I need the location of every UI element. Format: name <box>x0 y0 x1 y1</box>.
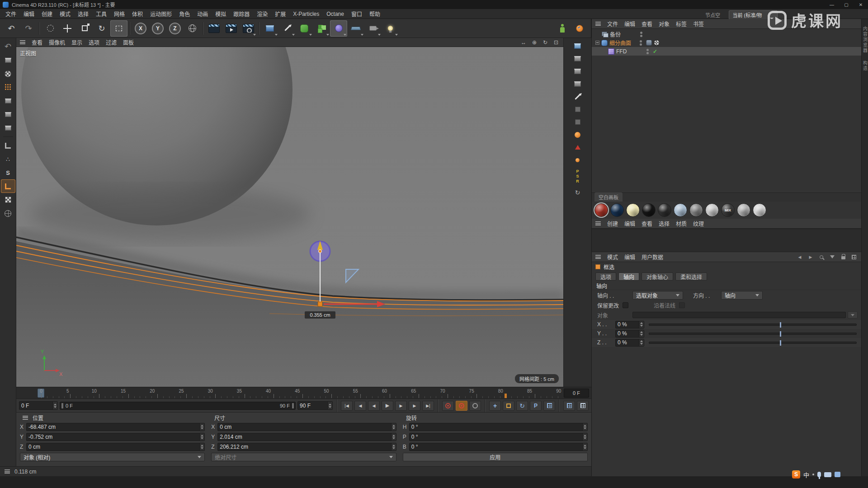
ime-punctuation-icon[interactable] <box>812 474 814 475</box>
size-z-input[interactable] <box>218 444 391 450</box>
warning-button[interactable] <box>571 141 585 154</box>
material-swatch[interactable] <box>610 203 624 217</box>
polygon-pen-button[interactable] <box>1 193 15 206</box>
keyframe-selection-button[interactable] <box>469 401 481 411</box>
lock-icon[interactable] <box>840 253 847 261</box>
size-mode-dropdown[interactable]: 绝对尺寸 <box>211 453 396 461</box>
keyframe-settings-button[interactable] <box>563 401 575 411</box>
start-frame-input[interactable] <box>19 403 52 409</box>
y-slider-handle[interactable] <box>780 331 781 337</box>
object-row-subdivision-surface[interactable]: 细分曲面 <box>592 38 861 47</box>
menu-item[interactable]: 编辑 <box>20 10 38 18</box>
size-y-field[interactable] <box>217 433 396 441</box>
asset-button[interactable] <box>571 20 588 37</box>
minimize-button[interactable]: — <box>825 0 839 9</box>
coords-mode-dropdown[interactable]: 对象 (相对) <box>20 453 205 461</box>
refresh-button[interactable]: ↻ <box>571 186 585 199</box>
tweak-mode-button[interactable] <box>1 139 15 152</box>
record-rotation-toggle[interactable]: ↻ <box>516 401 528 411</box>
layout-cube-button[interactable] <box>571 52 585 65</box>
keep-changes-checkbox[interactable] <box>623 302 628 308</box>
move-tool[interactable] <box>59 20 76 37</box>
snap-button[interactable]: S <box>1 166 15 179</box>
play-button[interactable]: ▶ <box>382 401 393 411</box>
menu-item[interactable]: 窗口 <box>348 10 366 18</box>
range-end-handle[interactable] <box>292 403 294 408</box>
points-mode-button[interactable] <box>1 94 15 108</box>
visibility-dots[interactable] <box>640 32 642 37</box>
menu-item[interactable]: 选择 <box>74 10 92 18</box>
menu-item[interactable]: X-Particles <box>289 11 323 17</box>
animation-palette-button[interactable] <box>577 401 589 411</box>
render-view-button[interactable] <box>205 20 222 37</box>
tab-object-axis[interactable]: 对象轴心 <box>642 272 673 281</box>
apply-button[interactable]: 应用 <box>403 453 588 461</box>
x-percent-field[interactable] <box>615 321 644 328</box>
maximize-button[interactable]: ▢ <box>839 0 854 9</box>
material-swatch[interactable] <box>626 203 640 217</box>
live-selection-tool[interactable] <box>42 20 59 37</box>
viewport-menu-item[interactable]: 显示 <box>71 38 82 46</box>
range-start-handle[interactable] <box>61 403 63 408</box>
soft-selection-button[interactable]: ∴ <box>1 152 15 166</box>
object-manager-menu-item[interactable]: 对象 <box>659 20 670 28</box>
position-x-input[interactable] <box>27 424 199 430</box>
menu-item[interactable]: 跟踪器 <box>230 10 253 18</box>
y-percent-input[interactable] <box>616 330 639 337</box>
menu-item[interactable]: Octane <box>323 11 348 17</box>
menu-item[interactable]: 体积 <box>128 10 146 18</box>
layout-cube-button[interactable] <box>571 40 585 52</box>
keyboard-icon[interactable] <box>824 472 831 477</box>
next-key-button[interactable]: ▶ <box>409 401 420 411</box>
record-button[interactable] <box>442 401 454 411</box>
attribute-menu-icon[interactable] <box>595 255 601 259</box>
toolbox-icon[interactable] <box>835 472 840 477</box>
position-z-field[interactable] <box>26 443 205 451</box>
material-swatch-mix[interactable]: MIX <box>721 203 735 217</box>
record-parameter-toggle[interactable]: P <box>530 401 542 411</box>
z-slider-handle[interactable] <box>780 340 781 346</box>
layout-cube-button[interactable] <box>571 78 585 90</box>
material-menu-item[interactable]: 选择 <box>659 220 670 227</box>
menu-item[interactable]: 文件 <box>2 10 20 18</box>
object-row-ffd[interactable]: FFD ✓ <box>592 47 861 56</box>
object-row-backup[interactable]: 备份 <box>592 30 861 38</box>
record-pla-toggle[interactable] <box>543 401 555 411</box>
model-mode-button[interactable] <box>1 53 15 67</box>
viewport-menu-item[interactable]: 面板 <box>123 38 134 46</box>
render-settings-button[interactable] <box>240 20 257 37</box>
size-x-field[interactable] <box>217 423 396 431</box>
material-menu-item[interactable]: 创建 <box>607 220 618 227</box>
viewport-solo-button[interactable] <box>1 206 15 220</box>
layout-cube-button[interactable] <box>571 65 585 78</box>
paint-button[interactable] <box>571 103 585 116</box>
toggle-view-icon[interactable]: ⊡ <box>552 39 560 46</box>
y-percent-field[interactable] <box>615 330 644 338</box>
spinner[interactable] <box>327 402 332 409</box>
material-ball-button[interactable] <box>571 128 585 141</box>
character-button[interactable] <box>554 20 571 37</box>
previous-frame-button[interactable]: ◀ <box>368 401 380 411</box>
environment-button[interactable] <box>347 20 364 37</box>
enable-axis-button[interactable] <box>1 179 15 193</box>
polygons-mode-button[interactable] <box>1 121 15 135</box>
lock-z-axis-button[interactable]: Z <box>166 20 184 37</box>
position-y-input[interactable] <box>27 434 199 440</box>
object-manager-menu-item[interactable]: 编辑 <box>624 20 635 28</box>
zoom-view-icon[interactable]: ⊕ <box>531 39 538 46</box>
material-menu-item[interactable]: 查看 <box>642 220 652 227</box>
spline-pen-button[interactable] <box>278 20 296 37</box>
size-y-input[interactable] <box>218 434 391 440</box>
pose-button[interactable] <box>571 154 585 166</box>
object-manager-menu-item[interactable]: 文件 <box>607 20 618 28</box>
next-frame-button[interactable]: ▶ <box>395 401 407 411</box>
undo-button[interactable]: ↶ <box>3 20 20 37</box>
material-swatch[interactable] <box>705 203 719 217</box>
coordinate-system-button[interactable] <box>184 20 201 37</box>
viewport-menu-item[interactable]: 摄像机 <box>49 38 65 46</box>
tab-axis[interactable]: 轴向 <box>618 272 639 281</box>
rectangle-selection-tool[interactable] <box>110 20 127 37</box>
material-menu-item[interactable]: 材质 <box>676 220 687 227</box>
ime-logo[interactable]: S <box>792 470 800 479</box>
menu-item[interactable]: 渲染 <box>253 10 271 18</box>
